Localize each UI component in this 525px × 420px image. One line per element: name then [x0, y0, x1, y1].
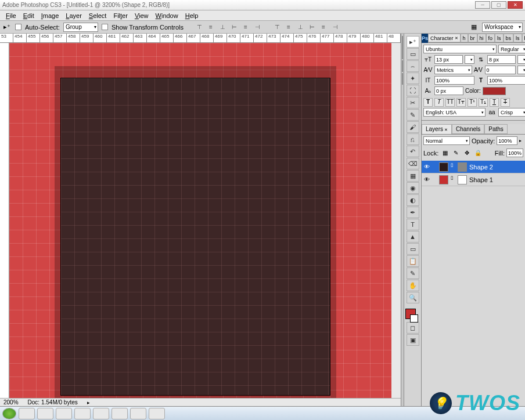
- align-vcenter-icon[interactable]: ≡: [207, 23, 215, 31]
- canvas[interactable]: [9, 43, 391, 398]
- underline-button[interactable]: T: [490, 98, 499, 107]
- character-tab[interactable]: Character✕: [428, 34, 461, 42]
- taskbar-item[interactable]: [74, 408, 91, 419]
- scrollbar-vertical[interactable]: [391, 43, 401, 398]
- layers-tab[interactable]: Layers✕: [422, 124, 452, 134]
- lock-pixels-icon[interactable]: ✎: [451, 149, 461, 157]
- layer-name[interactable]: Shape 1: [469, 176, 493, 183]
- menu-layer[interactable]: Layer: [62, 12, 85, 19]
- menu-file[interactable]: File: [2, 12, 20, 19]
- background-color[interactable]: [410, 314, 418, 323]
- zoom-tool[interactable]: 🔍: [407, 292, 419, 303]
- strikethrough-button[interactable]: T: [501, 98, 510, 107]
- color-swatches[interactable]: [405, 306, 420, 321]
- italic-button[interactable]: T: [434, 98, 444, 107]
- mini-tab[interactable]: fo: [486, 34, 495, 42]
- distribute-right-icon[interactable]: ⊣: [331, 23, 339, 31]
- screen-mode-toggle[interactable]: ▣: [407, 334, 419, 346]
- visibility-icon[interactable]: 👁: [424, 176, 431, 183]
- taskbar-item[interactable]: [56, 408, 72, 419]
- leading-field[interactable]: 8 px: [487, 55, 516, 64]
- kerning-dropdown[interactable]: Metrics: [434, 66, 472, 74]
- menu-help[interactable]: Help: [182, 12, 202, 19]
- leading-dropdown[interactable]: [517, 55, 525, 64]
- paths-tab[interactable]: Paths: [484, 124, 508, 134]
- gradient-tool[interactable]: ▦: [407, 170, 419, 182]
- tracking-dropdown[interactable]: [517, 66, 525, 74]
- minimize-button[interactable]: ─: [475, 1, 490, 9]
- align-right-icon[interactable]: ⊣: [253, 23, 261, 31]
- eyedropper-tool[interactable]: ✎: [407, 267, 419, 279]
- auto-select-dropdown[interactable]: Group: [63, 23, 98, 32]
- notes-tool[interactable]: 📋: [407, 255, 419, 267]
- taskbar-item[interactable]: [37, 408, 53, 419]
- marquee-tool[interactable]: ▭: [407, 48, 419, 60]
- distribute-vcenter-icon[interactable]: ≡: [285, 23, 293, 31]
- clone-stamp-tool[interactable]: ⎌: [407, 133, 419, 145]
- path-selection-tool[interactable]: ▲: [407, 231, 419, 242]
- collapsed-panel-tab[interactable]: [402, 60, 403, 72]
- align-hcenter-icon[interactable]: ≡: [242, 23, 250, 31]
- antialias-dropdown[interactable]: Crisp: [498, 108, 525, 117]
- menu-edit[interactable]: Edit: [20, 12, 38, 19]
- taskbar-item[interactable]: [149, 408, 165, 419]
- mini-tab[interactable]: hi: [477, 34, 486, 42]
- brush-tool[interactable]: 🖌: [407, 121, 419, 133]
- layer-row[interactable]: 👁 ▯ Shape 2: [422, 161, 525, 173]
- channels-tab[interactable]: Channels: [452, 124, 484, 134]
- font-style-dropdown[interactable]: Regular: [498, 45, 525, 53]
- text-color-swatch[interactable]: [483, 87, 506, 95]
- layer-name[interactable]: Shape 2: [469, 164, 493, 171]
- font-size-dropdown[interactable]: [465, 55, 474, 64]
- vscale-field[interactable]: 100%: [434, 76, 474, 85]
- dodge-tool[interactable]: ◐: [407, 194, 419, 206]
- lock-position-icon[interactable]: ✥: [462, 149, 472, 157]
- taskbar-item[interactable]: [130, 408, 146, 419]
- show-transform-checkbox[interactable]: [102, 24, 108, 30]
- subscript-button[interactable]: T₁: [479, 98, 488, 107]
- fill-field[interactable]: 100%: [506, 149, 523, 157]
- collapsed-panel-tab[interactable]: [402, 36, 403, 59]
- vector-mask-thumbnail[interactable]: [458, 162, 467, 172]
- slice-tool[interactable]: ✂: [407, 97, 419, 108]
- collapsed-panel-tab[interactable]: [402, 73, 403, 85]
- pen-tool[interactable]: ✒: [407, 207, 419, 218]
- visibility-icon[interactable]: 👁: [424, 164, 431, 171]
- close-button[interactable]: ✕: [508, 1, 523, 9]
- start-button[interactable]: [2, 408, 16, 419]
- mini-tab[interactable]: bs: [504, 34, 514, 42]
- language-dropdown[interactable]: English: USA: [423, 108, 486, 117]
- menu-image[interactable]: Image: [38, 12, 63, 19]
- history-brush-tool[interactable]: ↶: [407, 146, 419, 157]
- shape-2-object[interactable]: [60, 78, 330, 396]
- healing-brush-tool[interactable]: ✎: [407, 109, 419, 121]
- mini-tab[interactable]: bs: [522, 34, 525, 42]
- auto-select-checkbox[interactable]: [15, 24, 21, 30]
- vector-mask-thumbnail[interactable]: [458, 175, 467, 184]
- layer-row[interactable]: 👁 ▯ Shape 1: [422, 173, 525, 186]
- menu-window[interactable]: Window: [152, 12, 182, 19]
- align-top-icon[interactable]: ⊤: [195, 23, 203, 31]
- superscript-button[interactable]: T¹: [468, 98, 477, 107]
- taskbar-item[interactable]: [112, 408, 128, 419]
- tracking-field[interactable]: 0: [485, 66, 516, 74]
- mini-tab[interactable]: br: [468, 34, 477, 42]
- move-tool[interactable]: ▸⁺: [407, 36, 419, 48]
- hand-tool[interactable]: ✋: [407, 280, 419, 291]
- eraser-tool[interactable]: ⌫: [407, 158, 419, 169]
- distribute-hcenter-icon[interactable]: ≡: [319, 23, 328, 31]
- crop-tool[interactable]: ⛶: [407, 85, 419, 96]
- lock-transparency-icon[interactable]: ▦: [440, 149, 450, 157]
- bold-button[interactable]: T: [423, 98, 433, 107]
- smallcaps-button[interactable]: Tᴛ: [456, 98, 466, 107]
- menu-select[interactable]: Select: [85, 12, 110, 19]
- zoom-readout[interactable]: 200%: [3, 399, 19, 405]
- font-size-field[interactable]: 13 px: [434, 55, 463, 64]
- taskbar-item[interactable]: [93, 408, 109, 419]
- mini-tab[interactable]: h: [461, 34, 468, 42]
- lock-all-icon[interactable]: 🔒: [473, 149, 483, 157]
- menu-view[interactable]: View: [131, 12, 152, 19]
- workspace-dropdown[interactable]: Workspace: [482, 23, 523, 32]
- allcaps-button[interactable]: TT: [445, 98, 455, 107]
- maximize-button[interactable]: ▢: [491, 1, 506, 9]
